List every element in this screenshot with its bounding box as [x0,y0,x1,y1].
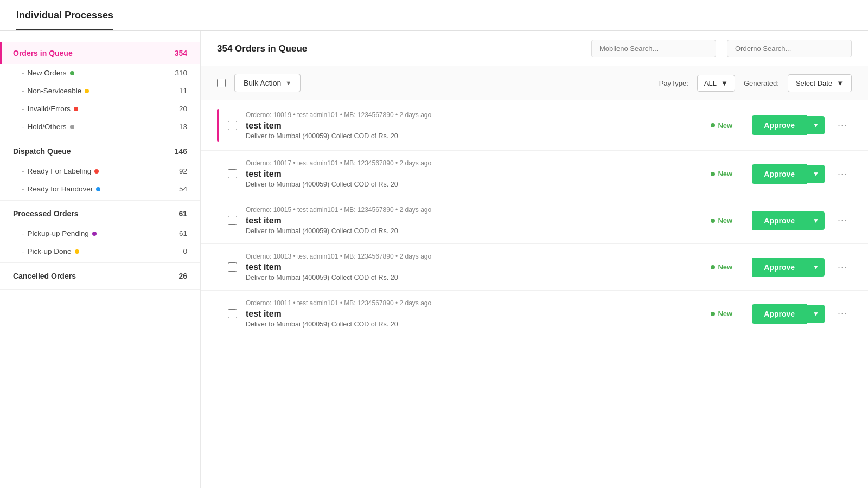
order-meta-4: Orderno: 10013 • test admin101 • MB: 123… [246,253,691,260]
sidebar-sub-item-new-orders[interactable]: - New Orders 310 [0,64,200,82]
sidebar-sub-item-hold-others[interactable]: - Hold/Others 13 [0,118,200,136]
bulk-action-button[interactable]: Bulk Action ▼ [234,74,301,92]
approve-dropdown-3[interactable]: ▼ [807,211,825,230]
order-item-4: Orderno: 10013 • test admin101 • MB: 123… [201,244,868,291]
order-info-3: Orderno: 10015 • test admin101 • MB: 123… [246,206,691,235]
order-meta-1: Orderno: 10019 • test admin101 • MB: 123… [246,111,691,119]
new-status-dot-icon [711,265,715,269]
paytype-chevron-icon: ▼ [721,79,728,87]
dash-icon: - [22,229,24,237]
sidebar-sub-item-invalid-errors[interactable]: - Invalid/Errors 20 [0,100,200,118]
order-checkbox-4[interactable] [228,262,237,272]
paytype-value: ALL [704,79,717,87]
bulk-action-label: Bulk Action [244,79,281,87]
mobile-search-input[interactable] [591,40,716,57]
order-title-5: test item [246,309,691,319]
sidebar-item-cancelled-orders[interactable]: Cancelled Orders 26 [0,265,200,287]
more-options-button-5[interactable]: ··· [833,306,852,322]
order-status-4: New [700,263,743,271]
dash-icon: - [22,69,24,77]
order-checkbox-2[interactable] [228,169,237,178]
order-meta-5: Orderno: 10011 • test admin101 • MB: 123… [246,299,691,307]
orderno-search-input[interactable] [727,40,852,57]
approve-dropdown-2[interactable]: ▼ [807,165,825,183]
status-dot-icon [70,125,74,129]
sidebar-sub-item-non-serviceable[interactable]: - Non-Serviceable 11 [0,82,200,100]
status-text-2: New [718,170,732,178]
approve-dropdown-1[interactable]: ▼ [807,116,825,134]
sidebar-item-orders-in-queue[interactable]: Orders in Queue 354 [0,42,200,64]
order-item-1: Orderno: 10019 • test admin101 • MB: 123… [201,100,868,151]
order-title-1: test item [246,121,691,131]
order-info-4: Orderno: 10013 • test admin101 • MB: 123… [246,253,691,281]
sub-item-label: Invalid/Errors [28,105,71,113]
sidebar-section-processed-orders: Processed Orders 61 - Pickup-up Pending … [0,203,200,263]
sub-item-label: Pickup-up Pending [28,229,89,237]
sidebar-sub-item-ready-for-handover[interactable]: - Ready for Handover 54 [0,180,200,198]
approve-button-1[interactable]: Approve [752,115,807,135]
queue-header: 354 Orders in Queue [201,31,868,66]
dash-icon: - [22,167,24,175]
sub-item-count: 61 [179,229,187,237]
select-all-checkbox[interactable] [217,79,226,87]
sub-item-label: New Orders [28,69,67,77]
sub-item-count: 20 [179,105,187,113]
order-delivery-3: Deliver to Mumbai (400059) Collect COD o… [246,227,691,235]
sidebar-sub-item-ready-for-labeling[interactable]: - Ready For Labeling 92 [0,162,200,180]
approve-button-5[interactable]: Approve [752,304,807,324]
approve-dropdown-5[interactable]: ▼ [807,305,825,323]
order-status-1: New [700,121,743,130]
order-title-2: test item [246,169,691,179]
right-panel: 354 Orders in Queue Bulk Action ▼ PayTyp… [201,31,868,488]
date-chevron-icon: ▼ [837,79,844,87]
paytype-label: PayType: [659,79,688,87]
more-options-button-1[interactable]: ··· [833,118,852,133]
order-list: Orderno: 10019 • test admin101 • MB: 123… [201,100,868,488]
approve-btn-group-3: Approve ▼ [752,211,825,230]
more-options-button-4[interactable]: ··· [833,259,852,275]
order-checkbox-5[interactable] [228,309,237,318]
sub-item-count: 310 [175,69,187,77]
approve-dropdown-4[interactable]: ▼ [807,258,825,277]
sidebar-item-dispatch-queue[interactable]: Dispatch Queue 146 [0,140,200,162]
order-info-5: Orderno: 10011 • test admin101 • MB: 123… [246,299,691,328]
more-options-button-2[interactable]: ··· [833,166,852,182]
status-dot-icon [75,249,79,254]
order-delivery-5: Deliver to Mumbai (400059) Collect COD o… [246,320,691,328]
sub-item-label: Hold/Others [28,123,67,131]
status-dot-icon [96,187,100,191]
order-info-1: Orderno: 10019 • test admin101 • MB: 123… [246,111,691,140]
order-checkbox-3[interactable] [228,216,237,225]
sidebar-sub-item-pick-up-done[interactable]: - Pick-up Done 0 [0,242,200,260]
chevron-down-icon: ▼ [285,80,291,86]
page-title: Individual Processes [16,10,113,30]
order-item-5: Orderno: 10011 • test admin101 • MB: 123… [201,291,868,337]
order-meta-2: Orderno: 10017 • test admin101 • MB: 123… [246,159,691,167]
order-checkbox-1[interactable] [228,121,237,130]
order-delivery-4: Deliver to Mumbai (400059) Collect COD o… [246,274,691,281]
toolbar: Bulk Action ▼ PayType: ALL ▼ Generated: … [201,66,868,100]
approve-button-3[interactable]: Approve [752,211,807,230]
sidebar-item-count: 26 [178,272,187,280]
dash-icon: - [22,185,24,193]
sub-item-count: 11 [179,87,187,95]
sidebar-item-count: 61 [178,209,187,218]
date-select-button[interactable]: Select Date ▼ [788,74,852,92]
order-item-3: Orderno: 10015 • test admin101 • MB: 123… [201,197,868,244]
status-text-1: New [718,121,732,130]
order-left-bar [217,109,219,142]
sidebar-sub-item-pickup-pending[interactable]: - Pickup-up Pending 61 [0,224,200,242]
more-options-button-3[interactable]: ··· [833,213,852,228]
sub-item-label: Non-Serviceable [28,87,82,95]
sidebar-section-dispatch-queue: Dispatch Queue 146 - Ready For Labeling … [0,140,200,201]
status-dot-icon [92,232,97,236]
approve-button-4[interactable]: Approve [752,258,807,277]
sidebar-item-processed-orders[interactable]: Processed Orders 61 [0,203,200,224]
approve-button-2[interactable]: Approve [752,164,807,184]
order-item-2: Orderno: 10017 • test admin101 • MB: 123… [201,151,868,197]
paytype-select[interactable]: ALL ▼ [697,75,735,92]
sidebar-item-label: Processed Orders [13,209,79,218]
approve-btn-group-2: Approve ▼ [752,164,825,184]
dash-icon: - [22,123,24,131]
status-text-4: New [718,263,732,271]
